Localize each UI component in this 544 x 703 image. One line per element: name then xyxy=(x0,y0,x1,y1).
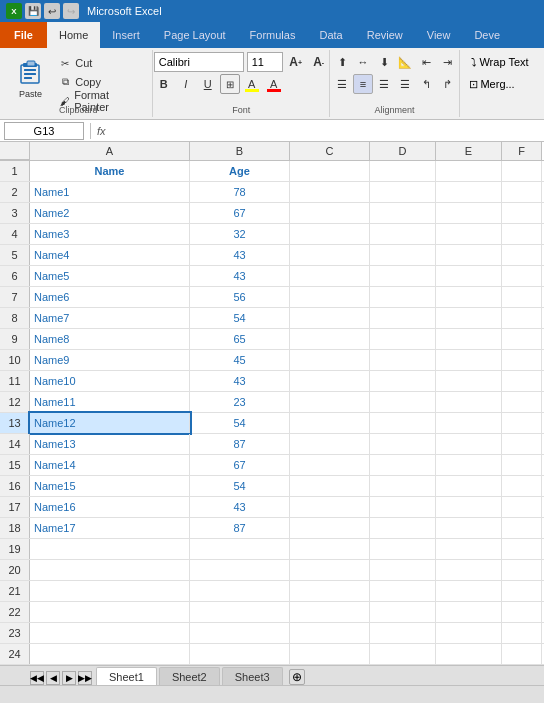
cell-empty-3-1[interactable] xyxy=(370,203,436,223)
align-bottom-button[interactable]: ⬇ xyxy=(374,52,394,72)
tab-data[interactable]: Data xyxy=(307,22,354,48)
cell-empty-1-1[interactable] xyxy=(370,161,436,181)
cell-b23[interactable] xyxy=(190,623,290,643)
sheet-tab-2[interactable]: Sheet2 xyxy=(159,667,220,685)
cell-empty-5-1[interactable] xyxy=(370,245,436,265)
cell-empty-3-0[interactable] xyxy=(290,203,370,223)
row-header-17[interactable]: 17 xyxy=(0,497,30,517)
cell-empty-4-2[interactable] xyxy=(436,224,502,244)
decrease-font-button[interactable]: A- xyxy=(309,52,329,72)
tab-insert[interactable]: Insert xyxy=(100,22,152,48)
cell-empty-5-0[interactable] xyxy=(290,245,370,265)
increase-font-button[interactable]: A+ xyxy=(286,52,306,72)
cell-b24[interactable] xyxy=(190,644,290,664)
cell-a14[interactable]: Name13 xyxy=(30,434,190,454)
cell-empty-12-0[interactable] xyxy=(290,392,370,412)
cell-empty-23-2[interactable] xyxy=(436,623,502,643)
cell-empty-18-0[interactable] xyxy=(290,518,370,538)
tab-page-layout[interactable]: Page Layout xyxy=(152,22,238,48)
cell-empty-2-3[interactable] xyxy=(502,182,542,202)
cell-b5[interactable]: 43 xyxy=(190,245,290,265)
cell-empty-15-3[interactable] xyxy=(502,455,542,475)
cell-empty-14-1[interactable] xyxy=(370,434,436,454)
cell-empty-19-3[interactable] xyxy=(502,539,542,559)
cell-empty-13-1[interactable] xyxy=(370,413,436,433)
cell-a16[interactable]: Name15 xyxy=(30,476,190,496)
fill-color-button[interactable]: A xyxy=(242,74,262,94)
row-header-11[interactable]: 11 xyxy=(0,371,30,391)
paste-button[interactable]: Paste xyxy=(10,52,51,104)
cell-empty-21-3[interactable] xyxy=(502,581,542,601)
cell-empty-2-0[interactable] xyxy=(290,182,370,202)
row-header-16[interactable]: 16 xyxy=(0,476,30,496)
cell-empty-11-0[interactable] xyxy=(290,371,370,391)
cell-b8[interactable]: 54 xyxy=(190,308,290,328)
ltr-button[interactable]: ↱ xyxy=(437,74,457,94)
cell-empty-1-2[interactable] xyxy=(436,161,502,181)
align-left-button[interactable]: ☰ xyxy=(332,74,352,94)
cell-empty-22-2[interactable] xyxy=(436,602,502,622)
row-header-2[interactable]: 2 xyxy=(0,182,30,202)
cell-b3[interactable]: 67 xyxy=(190,203,290,223)
underline-button[interactable]: U xyxy=(198,74,218,94)
cell-a12[interactable]: Name11 xyxy=(30,392,190,412)
cell-empty-20-1[interactable] xyxy=(370,560,436,580)
col-header-d[interactable]: D xyxy=(370,142,436,160)
align-center-button[interactable]: ≡ xyxy=(353,74,373,94)
row-header-22[interactable]: 22 xyxy=(0,602,30,622)
save-icon[interactable]: 💾 xyxy=(25,3,41,19)
cell-b2[interactable]: 78 xyxy=(190,182,290,202)
cell-empty-23-1[interactable] xyxy=(370,623,436,643)
cell-a7[interactable]: Name6 xyxy=(30,287,190,307)
row-header-15[interactable]: 15 xyxy=(0,455,30,475)
cell-a2[interactable]: Name1 xyxy=(30,182,190,202)
tab-dev[interactable]: Deve xyxy=(462,22,512,48)
merge-center-button[interactable]: ⊡ Merg... xyxy=(464,74,535,94)
cell-b4[interactable]: 32 xyxy=(190,224,290,244)
row-header-4[interactable]: 4 xyxy=(0,224,30,244)
cell-empty-4-1[interactable] xyxy=(370,224,436,244)
cell-a17[interactable]: Name16 xyxy=(30,497,190,517)
select-all-corner[interactable] xyxy=(0,142,30,160)
indent-decrease-button[interactable]: ⇤ xyxy=(416,52,436,72)
row-header-10[interactable]: 10 xyxy=(0,350,30,370)
cell-a20[interactable] xyxy=(30,560,190,580)
align-justify-button[interactable]: ☰ xyxy=(395,74,415,94)
cell-b14[interactable]: 87 xyxy=(190,434,290,454)
borders-button[interactable]: ⊞ xyxy=(220,74,240,94)
cell-empty-2-2[interactable] xyxy=(436,182,502,202)
cell-empty-10-1[interactable] xyxy=(370,350,436,370)
row-header-13[interactable]: 13 xyxy=(0,413,30,433)
tab-view[interactable]: View xyxy=(415,22,463,48)
row-header-20[interactable]: 20 xyxy=(0,560,30,580)
wrap-text-button[interactable]: ⤵ Wrap Text xyxy=(464,52,535,72)
cell-a21[interactable] xyxy=(30,581,190,601)
cell-empty-18-3[interactable] xyxy=(502,518,542,538)
cell-empty-18-2[interactable] xyxy=(436,518,502,538)
align-top-button[interactable]: ⬆ xyxy=(332,52,352,72)
row-header-19[interactable]: 19 xyxy=(0,539,30,559)
row-header-1[interactable]: 1 xyxy=(0,161,30,181)
cell-empty-14-0[interactable] xyxy=(290,434,370,454)
tab-file[interactable]: File xyxy=(0,22,47,48)
font-size-input[interactable] xyxy=(247,52,283,72)
formula-input[interactable] xyxy=(114,122,540,140)
cell-empty-6-1[interactable] xyxy=(370,266,436,286)
cell-b18[interactable]: 87 xyxy=(190,518,290,538)
cell-empty-22-0[interactable] xyxy=(290,602,370,622)
cell-empty-24-1[interactable] xyxy=(370,644,436,664)
cell-empty-8-1[interactable] xyxy=(370,308,436,328)
cell-empty-18-1[interactable] xyxy=(370,518,436,538)
cell-empty-12-1[interactable] xyxy=(370,392,436,412)
cell-a22[interactable] xyxy=(30,602,190,622)
row-header-23[interactable]: 23 xyxy=(0,623,30,643)
cut-button[interactable]: ✂ Cut xyxy=(53,54,146,72)
cell-empty-24-3[interactable] xyxy=(502,644,542,664)
cell-b9[interactable]: 65 xyxy=(190,329,290,349)
col-header-f[interactable]: F xyxy=(502,142,542,160)
cell-empty-4-3[interactable] xyxy=(502,224,542,244)
align-right-button[interactable]: ☰ xyxy=(374,74,394,94)
cell-a5[interactable]: Name4 xyxy=(30,245,190,265)
cell-reference-input[interactable] xyxy=(4,122,84,140)
cell-b12[interactable]: 23 xyxy=(190,392,290,412)
